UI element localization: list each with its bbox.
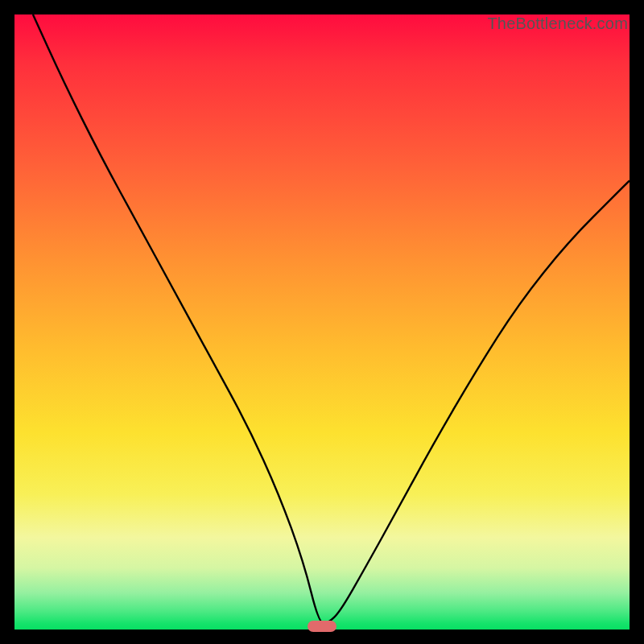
bottleneck-curve bbox=[14, 14, 630, 630]
attribution-text: TheBottleneck.com bbox=[487, 14, 628, 33]
curve-path bbox=[33, 14, 630, 623]
plot-area bbox=[14, 14, 630, 630]
optimum-marker bbox=[308, 621, 336, 632]
chart-frame: TheBottleneck.com bbox=[0, 0, 644, 644]
